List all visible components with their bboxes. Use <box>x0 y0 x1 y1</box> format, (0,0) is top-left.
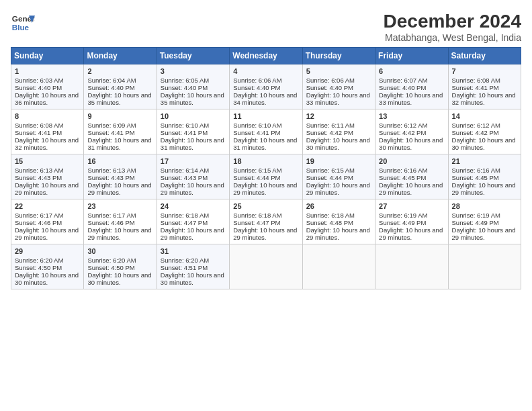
sunrise-text: Sunrise: 6:10 AM <box>233 122 281 129</box>
sunset-text: Sunset: 4:41 PM <box>15 129 62 136</box>
calendar-day-cell: 29Sunrise: 6:20 AMSunset: 4:50 PMDayligh… <box>11 244 84 289</box>
sunset-text: Sunset: 4:42 PM <box>306 129 353 136</box>
calendar-day-cell: 7Sunrise: 6:08 AMSunset: 4:41 PMDaylight… <box>448 64 521 109</box>
daylight-text: Daylight: 10 hours and 29 minutes. <box>452 226 516 241</box>
svg-text:Blue: Blue <box>12 23 30 32</box>
daylight-text: Daylight: 10 hours and 29 minutes. <box>379 181 443 196</box>
day-number: 16 <box>87 157 152 165</box>
sunset-text: Sunset: 4:42 PM <box>452 129 499 136</box>
title-block: December 2024 Matabhanga, West Bengal, I… <box>384 11 521 43</box>
day-number: 27 <box>379 202 444 210</box>
calendar-day-cell: 28Sunrise: 6:19 AMSunset: 4:49 PMDayligh… <box>448 199 521 244</box>
day-of-week-header: Tuesday <box>157 48 229 64</box>
sunrise-text: Sunrise: 6:18 AM <box>233 212 281 219</box>
sunrise-text: Sunrise: 6:08 AM <box>452 77 500 84</box>
day-number: 25 <box>233 202 298 210</box>
calendar-day-cell: 13Sunrise: 6:12 AMSunset: 4:42 PMDayligh… <box>375 109 448 154</box>
daylight-text: Daylight: 10 hours and 29 minutes. <box>379 226 443 241</box>
sunset-text: Sunset: 4:41 PM <box>452 84 499 91</box>
day-number: 12 <box>306 112 371 120</box>
sunset-text: Sunset: 4:44 PM <box>233 174 280 181</box>
sunrise-text: Sunrise: 6:19 AM <box>452 212 500 219</box>
sunset-text: Sunset: 4:42 PM <box>379 129 426 136</box>
daylight-text: Daylight: 10 hours and 32 minutes. <box>452 91 516 106</box>
daylight-text: Daylight: 10 hours and 29 minutes. <box>161 181 224 196</box>
subtitle: Matabhanga, West Bengal, India <box>384 32 521 43</box>
calendar-day-cell: 5Sunrise: 6:06 AMSunset: 4:40 PMDaylight… <box>302 64 375 109</box>
daylight-text: Daylight: 10 hours and 29 minutes. <box>233 181 297 196</box>
day-number: 17 <box>161 157 226 165</box>
daylight-text: Daylight: 10 hours and 30 minutes. <box>452 136 516 151</box>
daylight-text: Daylight: 10 hours and 29 minutes. <box>233 226 297 241</box>
sunrise-text: Sunrise: 6:06 AM <box>233 77 281 84</box>
sunset-text: Sunset: 4:48 PM <box>306 219 353 226</box>
day-number: 2 <box>87 67 152 75</box>
sunset-text: Sunset: 4:43 PM <box>15 174 62 181</box>
day-number: 7 <box>452 67 517 75</box>
day-number: 8 <box>15 112 80 120</box>
day-number: 22 <box>15 202 80 210</box>
day-number: 13 <box>379 112 444 120</box>
sunset-text: Sunset: 4:47 PM <box>161 219 208 226</box>
calendar-day-cell: 9Sunrise: 6:09 AMSunset: 4:41 PMDaylight… <box>84 109 157 154</box>
calendar-day-cell: 21Sunrise: 6:16 AMSunset: 4:45 PMDayligh… <box>448 154 521 199</box>
day-of-week-header: Friday <box>375 48 448 64</box>
day-number: 6 <box>379 67 444 75</box>
calendar-day-cell: 16Sunrise: 6:13 AMSunset: 4:43 PMDayligh… <box>84 154 157 199</box>
daylight-text: Daylight: 10 hours and 31 minutes. <box>233 136 297 151</box>
daylight-text: Daylight: 10 hours and 31 minutes. <box>87 136 151 151</box>
calendar-table: SundayMondayTuesdayWednesdayThursdayFrid… <box>11 47 521 289</box>
daylight-text: Daylight: 10 hours and 35 minutes. <box>87 91 151 106</box>
calendar-day-cell: 25Sunrise: 6:18 AMSunset: 4:47 PMDayligh… <box>230 199 302 244</box>
logo: General Blue <box>11 11 35 35</box>
daylight-text: Daylight: 10 hours and 29 minutes. <box>306 226 370 241</box>
calendar-day-cell: 26Sunrise: 6:18 AMSunset: 4:48 PMDayligh… <box>302 199 375 244</box>
daylight-text: Daylight: 10 hours and 33 minutes. <box>379 91 443 106</box>
sunset-text: Sunset: 4:40 PM <box>379 84 426 91</box>
day-of-week-header: Thursday <box>302 48 375 64</box>
day-number: 29 <box>15 247 80 255</box>
calendar-day-cell: 27Sunrise: 6:19 AMSunset: 4:49 PMDayligh… <box>375 199 448 244</box>
sunrise-text: Sunrise: 6:17 AM <box>15 212 63 219</box>
calendar-day-cell: 24Sunrise: 6:18 AMSunset: 4:47 PMDayligh… <box>157 199 229 244</box>
sunrise-text: Sunrise: 6:05 AM <box>161 77 209 84</box>
calendar-day-cell: 23Sunrise: 6:17 AMSunset: 4:46 PMDayligh… <box>84 199 157 244</box>
sunrise-text: Sunrise: 6:18 AM <box>161 212 209 219</box>
sunset-text: Sunset: 4:40 PM <box>87 84 134 91</box>
daylight-text: Daylight: 10 hours and 36 minutes. <box>15 91 79 106</box>
calendar-day-cell: 31Sunrise: 6:20 AMSunset: 4:51 PMDayligh… <box>157 244 229 289</box>
sunset-text: Sunset: 4:41 PM <box>233 129 280 136</box>
day-number: 30 <box>87 247 152 255</box>
day-number: 9 <box>87 112 152 120</box>
sunrise-text: Sunrise: 6:16 AM <box>452 167 500 174</box>
daylight-text: Daylight: 10 hours and 34 minutes. <box>233 91 297 106</box>
sunrise-text: Sunrise: 6:18 AM <box>306 212 355 219</box>
calendar-week-row: 1Sunrise: 6:03 AMSunset: 4:40 PMDaylight… <box>11 64 521 109</box>
day-number: 20 <box>379 157 444 165</box>
day-number: 10 <box>161 112 226 120</box>
sunset-text: Sunset: 4:40 PM <box>233 84 280 91</box>
sunrise-text: Sunrise: 6:08 AM <box>15 122 63 129</box>
calendar-day-cell: 19Sunrise: 6:15 AMSunset: 4:44 PMDayligh… <box>302 154 375 199</box>
calendar-header-row: SundayMondayTuesdayWednesdayThursdayFrid… <box>11 48 521 64</box>
calendar-day-cell <box>230 244 302 289</box>
calendar-day-cell: 20Sunrise: 6:16 AMSunset: 4:45 PMDayligh… <box>375 154 448 199</box>
daylight-text: Daylight: 10 hours and 29 minutes. <box>87 181 151 196</box>
sunrise-text: Sunrise: 6:07 AM <box>379 77 427 84</box>
calendar-week-row: 15Sunrise: 6:13 AMSunset: 4:43 PMDayligh… <box>11 154 521 199</box>
calendar-day-cell: 2Sunrise: 6:04 AMSunset: 4:40 PMDaylight… <box>84 64 157 109</box>
day-number: 11 <box>233 112 298 120</box>
calendar-week-row: 22Sunrise: 6:17 AMSunset: 4:46 PMDayligh… <box>11 199 521 244</box>
sunrise-text: Sunrise: 6:12 AM <box>452 122 500 129</box>
sunset-text: Sunset: 4:50 PM <box>87 264 134 271</box>
sunrise-text: Sunrise: 6:11 AM <box>306 122 355 129</box>
daylight-text: Daylight: 10 hours and 31 minutes. <box>161 136 224 151</box>
calendar-week-row: 29Sunrise: 6:20 AMSunset: 4:50 PMDayligh… <box>11 244 521 289</box>
day-number: 15 <box>15 157 80 165</box>
calendar-day-cell: 18Sunrise: 6:15 AMSunset: 4:44 PMDayligh… <box>230 154 302 199</box>
daylight-text: Daylight: 10 hours and 30 minutes. <box>379 136 443 151</box>
sunrise-text: Sunrise: 6:10 AM <box>161 122 209 129</box>
sunset-text: Sunset: 4:49 PM <box>452 219 499 226</box>
sunrise-text: Sunrise: 6:06 AM <box>306 77 355 84</box>
day-number: 19 <box>306 157 371 165</box>
